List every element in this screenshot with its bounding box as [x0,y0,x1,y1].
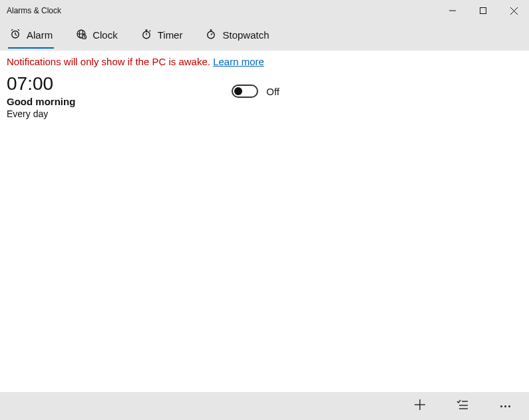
tab-timer[interactable]: Timer [139,24,184,49]
window-controls [437,0,529,21]
close-icon [510,7,518,15]
add-alarm-button[interactable] [399,392,441,420]
tab-alarm[interactable]: Alarm [8,24,54,49]
tab-timer-label: Timer [158,29,183,41]
tab-clock-label: Clock [92,29,118,41]
tab-stopwatch[interactable]: Stopwatch [204,24,270,49]
svg-line-21 [211,33,212,35]
tab-stopwatch-label: Stopwatch [222,29,269,41]
alarm-list: 07:00 Good morning Every day Off [0,71,529,392]
notification-learn-more-link[interactable]: Learn more [213,56,264,67]
world-clock-icon [75,28,87,42]
alarm-icon [9,28,21,42]
command-bar [0,392,529,420]
close-button[interactable] [498,0,529,21]
svg-line-19 [149,30,150,31]
toggle-knob [234,87,242,95]
maximize-icon [480,7,486,14]
notification-text: Notifications will only show if the PC i… [7,56,213,67]
tab-alarm-label: Alarm [27,29,53,41]
maximize-button[interactable] [468,0,498,21]
minimize-icon [449,7,456,14]
stopwatch-icon [205,28,217,42]
plus-icon [414,399,426,413]
alarm-toggle-label: Off [266,86,279,97]
timer-icon [140,28,152,42]
notification-bar: Notifications will only show if the PC i… [0,51,529,71]
svg-line-14 [85,37,86,37]
alarm-info: 07:00 Good morning Every day [7,74,75,119]
alarm-repeat: Every day [7,108,75,119]
alarm-time: 07:00 [7,74,75,95]
title-bar: Alarms & Clock [0,0,529,21]
minimize-button[interactable] [437,0,468,21]
select-alarms-button[interactable] [441,392,484,420]
select-list-icon [456,399,468,413]
alarm-name: Good morning [7,96,75,107]
tab-bar: Alarm Clock Timer [0,21,529,51]
svg-rect-1 [480,8,486,14]
svg-line-7 [11,29,13,31]
more-icon [500,405,510,407]
more-button[interactable] [484,392,526,420]
svg-line-6 [15,34,17,35]
alarm-toggle-group: Off [232,74,279,98]
svg-line-8 [18,29,19,31]
alarm-item[interactable]: 07:00 Good morning Every day Off [7,74,279,119]
tab-clock[interactable]: Clock [74,24,119,49]
alarm-toggle[interactable] [232,85,258,98]
window-title: Alarms & Clock [0,6,61,15]
